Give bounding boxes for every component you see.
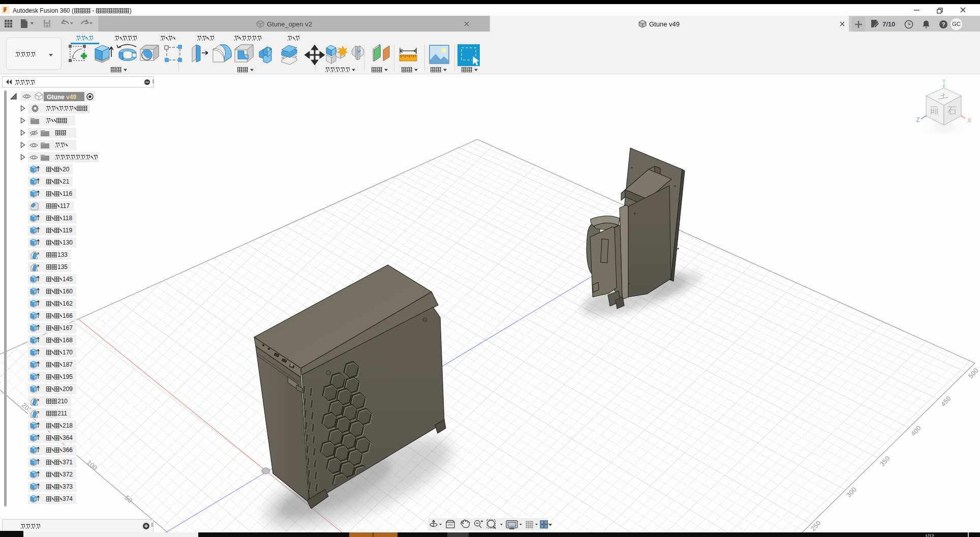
svg-text:?: ? [942,21,945,27]
svg-text:Y: Y [942,78,946,84]
svg-text:Z: Z [916,116,920,124]
svg-text:X: X [967,117,971,124]
